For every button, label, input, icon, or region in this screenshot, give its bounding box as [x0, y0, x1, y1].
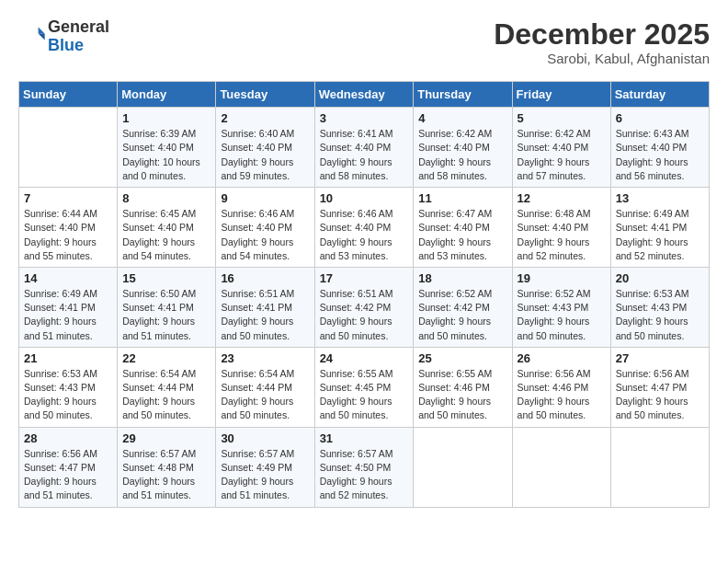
calendar-cell: 31Sunrise: 6:57 AM Sunset: 4:50 PM Dayli…	[314, 427, 414, 507]
calendar-cell: 6Sunrise: 6:43 AM Sunset: 4:40 PM Daylig…	[610, 108, 709, 188]
calendar-cell: 15Sunrise: 6:50 AM Sunset: 4:41 PM Dayli…	[118, 267, 216, 347]
day-info: Sunrise: 6:50 AM Sunset: 4:41 PM Dayligh…	[122, 287, 210, 343]
day-info: Sunrise: 6:56 AM Sunset: 4:46 PM Dayligh…	[518, 367, 606, 423]
page-header: General Blue December 2025 Sarobi, Kabul…	[18, 18, 710, 66]
day-number: 8	[122, 191, 210, 205]
calendar-cell: 26Sunrise: 6:56 AM Sunset: 4:46 PM Dayli…	[512, 347, 610, 427]
calendar-cell	[512, 427, 610, 507]
day-info: Sunrise: 6:48 AM Sunset: 4:40 PM Dayligh…	[518, 207, 606, 263]
day-info: Sunrise: 6:51 AM Sunset: 4:42 PM Dayligh…	[320, 287, 409, 343]
calendar-cell	[414, 427, 512, 507]
calendar-table: SundayMondayTuesdayWednesdayThursdayFrid…	[18, 81, 710, 507]
day-number: 15	[122, 271, 210, 285]
day-info: Sunrise: 6:55 AM Sunset: 4:45 PM Dayligh…	[320, 367, 409, 423]
day-header: Thursday	[414, 82, 512, 108]
day-number: 31	[320, 431, 409, 445]
day-header: Monday	[118, 82, 216, 108]
calendar-cell: 17Sunrise: 6:51 AM Sunset: 4:42 PM Dayli…	[314, 267, 414, 347]
day-info: Sunrise: 6:39 AM Sunset: 4:40 PM Dayligh…	[122, 127, 210, 183]
calendar-cell: 30Sunrise: 6:57 AM Sunset: 4:49 PM Dayli…	[216, 427, 314, 507]
day-number: 29	[122, 431, 210, 445]
calendar-cell: 12Sunrise: 6:48 AM Sunset: 4:40 PM Dayli…	[512, 188, 610, 268]
calendar-cell: 24Sunrise: 6:55 AM Sunset: 4:45 PM Dayli…	[314, 347, 414, 427]
calendar-cell: 20Sunrise: 6:53 AM Sunset: 4:43 PM Dayli…	[610, 267, 709, 347]
day-header: Friday	[512, 82, 610, 108]
svg-marker-0	[39, 27, 45, 33]
day-info: Sunrise: 6:54 AM Sunset: 4:44 PM Dayligh…	[221, 367, 309, 423]
calendar-header-row: SundayMondayTuesdayWednesdayThursdayFrid…	[19, 82, 710, 108]
day-info: Sunrise: 6:46 AM Sunset: 4:40 PM Dayligh…	[221, 207, 309, 263]
day-info: Sunrise: 6:51 AM Sunset: 4:41 PM Dayligh…	[221, 287, 309, 343]
svg-marker-1	[39, 33, 45, 40]
day-info: Sunrise: 6:52 AM Sunset: 4:43 PM Dayligh…	[518, 287, 606, 343]
day-number: 17	[320, 271, 409, 285]
day-number: 19	[518, 271, 606, 285]
calendar-cell: 28Sunrise: 6:56 AM Sunset: 4:47 PM Dayli…	[19, 427, 118, 507]
calendar-cell: 25Sunrise: 6:55 AM Sunset: 4:46 PM Dayli…	[414, 347, 512, 427]
day-info: Sunrise: 6:47 AM Sunset: 4:40 PM Dayligh…	[418, 207, 506, 263]
day-number: 10	[320, 191, 409, 205]
day-number: 18	[418, 271, 506, 285]
calendar-cell: 5Sunrise: 6:42 AM Sunset: 4:40 PM Daylig…	[512, 108, 610, 188]
calendar-cell: 27Sunrise: 6:56 AM Sunset: 4:47 PM Dayli…	[610, 347, 709, 427]
calendar-cell: 7Sunrise: 6:44 AM Sunset: 4:40 PM Daylig…	[19, 188, 118, 268]
day-info: Sunrise: 6:53 AM Sunset: 4:43 PM Dayligh…	[24, 367, 112, 423]
day-number: 3	[320, 111, 409, 125]
calendar-cell: 14Sunrise: 6:49 AM Sunset: 4:41 PM Dayli…	[19, 267, 118, 347]
calendar-cell: 19Sunrise: 6:52 AM Sunset: 4:43 PM Dayli…	[512, 267, 610, 347]
day-number: 4	[418, 111, 506, 125]
day-number: 22	[122, 351, 210, 365]
logo: General Blue	[18, 18, 109, 55]
calendar-week-row: 1Sunrise: 6:39 AM Sunset: 4:40 PM Daylig…	[19, 108, 710, 188]
day-number: 16	[221, 271, 309, 285]
day-info: Sunrise: 6:40 AM Sunset: 4:40 PM Dayligh…	[221, 127, 309, 183]
day-number: 7	[24, 191, 112, 205]
calendar-week-row: 28Sunrise: 6:56 AM Sunset: 4:47 PM Dayli…	[19, 427, 710, 507]
day-number: 23	[221, 351, 309, 365]
day-number: 2	[221, 111, 309, 125]
day-number: 24	[320, 351, 409, 365]
day-info: Sunrise: 6:52 AM Sunset: 4:42 PM Dayligh…	[418, 287, 506, 343]
calendar-cell: 18Sunrise: 6:52 AM Sunset: 4:42 PM Dayli…	[414, 267, 512, 347]
calendar-cell: 22Sunrise: 6:54 AM Sunset: 4:44 PM Dayli…	[118, 347, 216, 427]
day-info: Sunrise: 6:57 AM Sunset: 4:49 PM Dayligh…	[221, 447, 309, 503]
title-block: December 2025 Sarobi, Kabul, Afghanistan	[494, 18, 710, 66]
calendar-cell: 4Sunrise: 6:42 AM Sunset: 4:40 PM Daylig…	[414, 108, 512, 188]
calendar-cell: 8Sunrise: 6:45 AM Sunset: 4:40 PM Daylig…	[118, 188, 216, 268]
day-number: 6	[616, 111, 704, 125]
day-info: Sunrise: 6:42 AM Sunset: 4:40 PM Dayligh…	[418, 127, 506, 183]
day-number: 9	[221, 191, 309, 205]
calendar-cell: 29Sunrise: 6:57 AM Sunset: 4:48 PM Dayli…	[118, 427, 216, 507]
calendar-week-row: 7Sunrise: 6:44 AM Sunset: 4:40 PM Daylig…	[19, 188, 710, 268]
logo-icon	[20, 22, 46, 48]
day-header: Tuesday	[216, 82, 314, 108]
day-info: Sunrise: 6:54 AM Sunset: 4:44 PM Dayligh…	[122, 367, 210, 423]
day-info: Sunrise: 6:55 AM Sunset: 4:46 PM Dayligh…	[418, 367, 506, 423]
day-info: Sunrise: 6:56 AM Sunset: 4:47 PM Dayligh…	[24, 447, 112, 503]
day-info: Sunrise: 6:53 AM Sunset: 4:43 PM Dayligh…	[616, 287, 704, 343]
day-info: Sunrise: 6:57 AM Sunset: 4:48 PM Dayligh…	[122, 447, 210, 503]
day-header: Sunday	[19, 82, 118, 108]
day-number: 25	[418, 351, 506, 365]
day-number: 14	[24, 271, 112, 285]
day-info: Sunrise: 6:41 AM Sunset: 4:40 PM Dayligh…	[320, 127, 409, 183]
calendar-cell: 1Sunrise: 6:39 AM Sunset: 4:40 PM Daylig…	[118, 108, 216, 188]
day-number: 12	[518, 191, 606, 205]
calendar-body: 1Sunrise: 6:39 AM Sunset: 4:40 PM Daylig…	[19, 108, 710, 507]
day-header: Saturday	[610, 82, 709, 108]
day-number: 21	[24, 351, 112, 365]
calendar-cell	[19, 108, 118, 188]
day-info: Sunrise: 6:44 AM Sunset: 4:40 PM Dayligh…	[24, 207, 112, 263]
calendar-cell: 21Sunrise: 6:53 AM Sunset: 4:43 PM Dayli…	[19, 347, 118, 427]
calendar-week-row: 14Sunrise: 6:49 AM Sunset: 4:41 PM Dayli…	[19, 267, 710, 347]
day-info: Sunrise: 6:49 AM Sunset: 4:41 PM Dayligh…	[24, 287, 112, 343]
day-number: 11	[418, 191, 506, 205]
day-header: Wednesday	[314, 82, 414, 108]
day-info: Sunrise: 6:42 AM Sunset: 4:40 PM Dayligh…	[518, 127, 606, 183]
calendar-cell: 23Sunrise: 6:54 AM Sunset: 4:44 PM Dayli…	[216, 347, 314, 427]
day-number: 30	[221, 431, 309, 445]
day-info: Sunrise: 6:45 AM Sunset: 4:40 PM Dayligh…	[122, 207, 210, 263]
day-info: Sunrise: 6:43 AM Sunset: 4:40 PM Dayligh…	[616, 127, 704, 183]
calendar-cell: 11Sunrise: 6:47 AM Sunset: 4:40 PM Dayli…	[414, 188, 512, 268]
day-number: 27	[616, 351, 704, 365]
